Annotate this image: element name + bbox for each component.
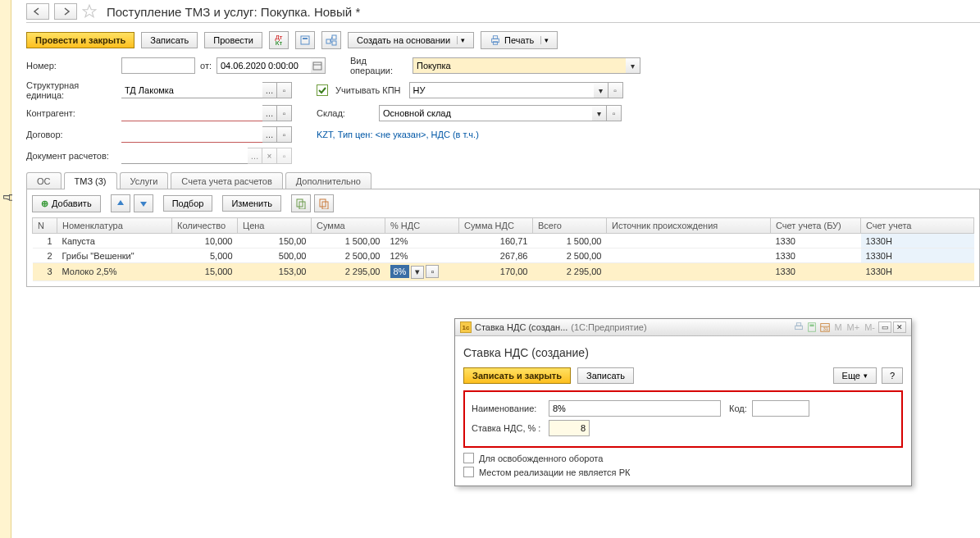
calc-icon[interactable] xyxy=(806,321,818,333)
dlg-name-label: Наименование: xyxy=(472,404,544,413)
open-icon[interactable]: ▫ xyxy=(277,82,292,98)
svg-rect-8 xyxy=(313,62,321,70)
nav-forward-button[interactable] xyxy=(54,3,77,20)
tab-os[interactable]: ОС xyxy=(26,172,62,189)
dlg-save-button[interactable]: Записать xyxy=(577,367,634,384)
svg-rect-3 xyxy=(332,35,336,39)
dialog-title-app: (1С:Предприятие) xyxy=(571,322,646,332)
ellipsis-icon[interactable]: … xyxy=(262,126,277,143)
debit-credit-button[interactable]: ДтКт xyxy=(269,31,289,49)
minimize-button[interactable]: ▭ xyxy=(878,321,891,333)
save-button[interactable]: Записать xyxy=(141,32,198,48)
col-vat-pct[interactable]: % НДС xyxy=(385,218,459,234)
counterparty-label: Контрагент: xyxy=(26,108,116,118)
vat-rate-dialog: 1c Ставка НДС (создан... (1С:Предприятие… xyxy=(454,318,912,486)
dlg-help-button[interactable]: ? xyxy=(882,367,903,384)
add-row-button[interactable]: ⊕ Добавить xyxy=(32,195,101,212)
dlg-rate-input[interactable] xyxy=(549,420,590,436)
price-note-link[interactable]: KZT, Тип цен: <не указан>, НДС (в т.ч.) xyxy=(317,130,479,139)
ellipsis-icon[interactable]: … xyxy=(262,82,277,98)
open-icon[interactable]: ▫ xyxy=(426,265,439,278)
nav-back-button[interactable] xyxy=(26,3,49,20)
open-icon[interactable]: ▫ xyxy=(277,126,292,143)
col-qty[interactable]: Количество xyxy=(172,218,238,234)
chk-exempt[interactable] xyxy=(463,453,474,463)
print-small-icon[interactable] xyxy=(793,321,805,333)
structure-button[interactable] xyxy=(321,31,341,49)
calendar-small-icon[interactable]: 31 xyxy=(819,321,831,333)
table-row[interactable]: 2 Грибы "Вешенки" 5,000 500,00 2 500,00 … xyxy=(33,248,974,263)
svg-rect-2 xyxy=(326,39,330,43)
svg-rect-0 xyxy=(301,36,309,44)
app-icon: 1c xyxy=(460,321,472,333)
svg-rect-14 xyxy=(795,326,803,329)
svg-rect-16 xyxy=(809,323,816,332)
move-up-button[interactable] xyxy=(111,194,130,212)
tab-additional[interactable]: Дополнительно xyxy=(285,172,371,189)
post-and-close-button[interactable]: Провести и закрыть xyxy=(26,32,134,48)
open-icon[interactable]: ▫ xyxy=(607,105,622,121)
col-total[interactable]: Всего xyxy=(533,218,607,234)
dlg-code-input[interactable] xyxy=(752,400,809,417)
print-button[interactable]: Печать▾ xyxy=(481,31,558,49)
col-price[interactable]: Цена xyxy=(238,218,312,234)
number-input[interactable] xyxy=(121,57,195,74)
change-button[interactable]: Изменить xyxy=(222,195,281,212)
chk-not-rk[interactable] xyxy=(463,467,474,477)
operation-type-input[interactable] xyxy=(413,57,626,74)
page-title: Поступление ТМЗ и услуг: Покупка. Новый … xyxy=(107,5,360,19)
table-row[interactable]: 1 Капуста 10,000 150,00 1 500,00 12% 160… xyxy=(33,234,974,248)
col-acct-bu[interactable]: Счет учета (БУ) xyxy=(771,218,861,234)
dlg-code-label: Код: xyxy=(729,404,747,413)
dlg-save-close-button[interactable]: Записать и закрыть xyxy=(463,367,571,384)
contract-label: Договор: xyxy=(26,130,116,139)
contract-input[interactable] xyxy=(121,126,262,143)
tab-services[interactable]: Услуги xyxy=(120,172,169,189)
dialog-title-text: Ставка НДС (создан... xyxy=(475,322,567,332)
col-acct-nu[interactable]: Счет учета xyxy=(861,218,974,234)
close-button[interactable]: ✕ xyxy=(893,321,906,333)
col-nomen[interactable]: Номенклатура xyxy=(57,218,172,234)
dropdown-icon[interactable]: ▾ xyxy=(626,57,640,74)
create-based-on-button[interactable]: Создать на основании▾ xyxy=(348,32,474,48)
col-origin[interactable]: Источник происхождения xyxy=(607,218,771,234)
dropdown-icon[interactable]: ▾ xyxy=(411,266,424,279)
copy-rows-button[interactable] xyxy=(291,194,311,212)
kpn-checkbox[interactable] xyxy=(317,84,328,96)
chk-not-rk-label: Местом реализации не является РК xyxy=(479,467,630,477)
dropdown-icon[interactable]: ▾ xyxy=(592,105,607,121)
dlg-name-input[interactable] xyxy=(549,400,721,417)
warehouse-input[interactable] xyxy=(379,105,592,121)
m-btn: М xyxy=(832,322,843,332)
items-table[interactable]: N Номенклатура Количество Цена Сумма % Н… xyxy=(32,217,974,281)
date-input[interactable] xyxy=(217,57,311,74)
favorite-icon[interactable] xyxy=(82,4,97,19)
chk-exempt-label: Для освобожденного оборота xyxy=(479,454,603,463)
open-icon[interactable]: ▫ xyxy=(609,82,623,98)
m-plus-btn: М+ xyxy=(846,322,862,332)
settlement-label: Документ расчетов: xyxy=(26,151,116,161)
unit-input[interactable] xyxy=(121,82,262,98)
svg-rect-15 xyxy=(797,323,801,326)
post-button[interactable]: Провести xyxy=(204,32,262,48)
open-icon[interactable]: ▫ xyxy=(277,105,292,121)
dialog-heading: Ставка НДС (создание) xyxy=(463,346,903,359)
tab-tmz[interactable]: ТМЗ (3) xyxy=(64,172,117,189)
report-button[interactable] xyxy=(295,31,315,49)
counterparty-input[interactable] xyxy=(121,105,262,121)
pick-button[interactable]: Подбор xyxy=(163,195,213,212)
col-vat-sum[interactable]: Сумма НДС xyxy=(459,218,533,234)
kpn-input[interactable] xyxy=(409,82,594,98)
col-sum[interactable]: Сумма xyxy=(312,218,385,234)
settlement-input[interactable] xyxy=(121,148,248,164)
ellipsis-icon[interactable]: … xyxy=(262,105,277,121)
dropdown-icon[interactable]: ▾ xyxy=(594,82,609,98)
col-n[interactable]: N xyxy=(33,218,57,234)
dlg-more-button[interactable]: Еще ▾ xyxy=(833,367,877,384)
move-down-button[interactable] xyxy=(134,194,153,212)
table-row[interactable]: 3 Молоко 2,5% 15,000 153,00 2 295,00 8%▾… xyxy=(33,263,974,281)
calendar-icon[interactable] xyxy=(311,57,326,74)
tab-accounts[interactable]: Счета учета расчетов xyxy=(171,172,282,189)
paste-rows-button[interactable] xyxy=(314,194,334,212)
open-icon: ▫ xyxy=(277,148,292,164)
